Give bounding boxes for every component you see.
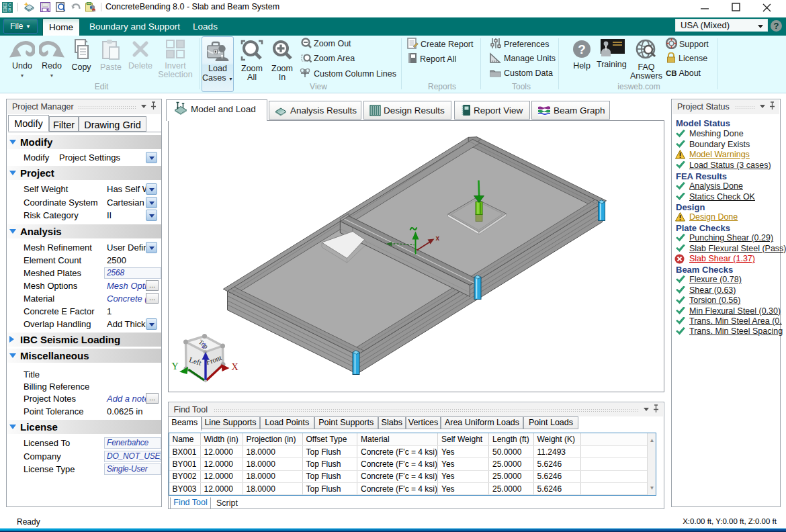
svg-text:x: x — [435, 234, 439, 241]
svg-text:C: C — [8, 3, 11, 7]
svg-text:?: ? — [578, 42, 586, 56]
svg-text:B: B — [8, 7, 11, 12]
svg-text:X: X — [231, 361, 238, 371]
svg-text:Y: Y — [171, 361, 178, 371]
